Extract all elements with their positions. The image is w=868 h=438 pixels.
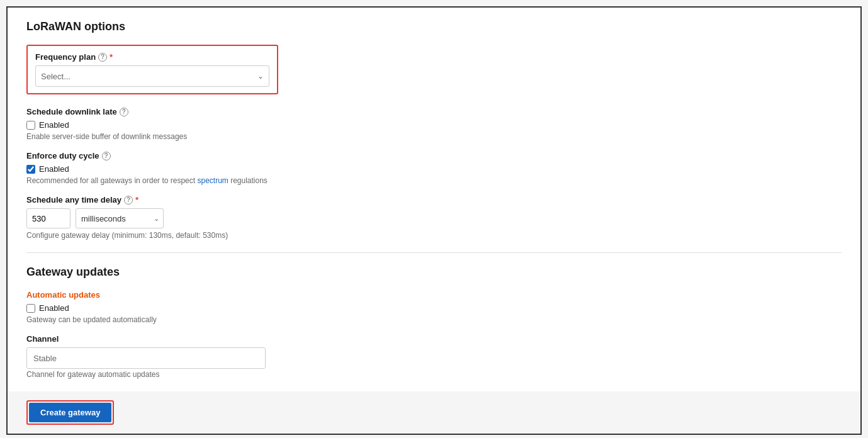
- frequency-plan-box: Frequency plan ? * Select... ⌄: [26, 45, 278, 94]
- schedule-downlink-label-row: Schedule downlink late ?: [26, 107, 842, 116]
- schedule-downlink-help-icon[interactable]: ?: [120, 108, 128, 116]
- auto-updates-checkbox[interactable]: [26, 304, 35, 313]
- schedule-downlink-checkbox-row: Enabled: [26, 120, 842, 130]
- enforce-duty-cycle-enabled-label: Enabled: [39, 164, 69, 174]
- schedule-delay-group: Schedule any time delay ? * milliseconds…: [26, 195, 842, 240]
- spectrum-link[interactable]: spectrum: [197, 176, 228, 185]
- section-divider: [26, 252, 842, 253]
- frequency-plan-label-row: Frequency plan ? *: [35, 52, 269, 62]
- create-gateway-btn-wrapper: Create gateway: [26, 400, 114, 425]
- schedule-downlink-enabled-label: Enabled: [39, 120, 69, 130]
- schedule-downlink-checkbox[interactable]: [26, 121, 35, 130]
- delay-unit-select[interactable]: milliseconds: [76, 214, 163, 223]
- lorawan-title: LoRaWAN options: [26, 20, 842, 33]
- enforce-duty-cycle-label-text: Enforce duty cycle: [26, 151, 99, 160]
- delay-hint: Configure gateway delay (minimum: 130ms,…: [26, 231, 842, 240]
- frequency-plan-select-wrapper[interactable]: Select... ⌄: [35, 65, 269, 87]
- lorawan-section: LoRaWAN options Frequency plan ? * Selec…: [26, 20, 842, 240]
- automatic-updates-label: Automatic updates: [26, 290, 842, 300]
- enforce-duty-cycle-hint-pre: Recommended for all gateways in order to…: [26, 176, 197, 185]
- frequency-plan-help-icon[interactable]: ?: [98, 53, 107, 62]
- channel-label: Channel: [26, 334, 842, 344]
- enforce-duty-cycle-group: Enforce duty cycle ? Enabled Recommended…: [26, 151, 842, 185]
- channel-group: Channel Channel for gateway automatic up…: [26, 334, 842, 379]
- frequency-plan-required: *: [110, 52, 113, 62]
- enforce-duty-cycle-label-row: Enforce duty cycle ?: [26, 151, 842, 160]
- enforce-duty-cycle-help-icon[interactable]: ?: [102, 152, 111, 160]
- auto-updates-enabled-label: Enabled: [39, 303, 69, 313]
- bottom-bar: Create gateway: [8, 391, 860, 434]
- schedule-downlink-label-text: Schedule downlink late: [26, 107, 117, 116]
- channel-input[interactable]: [26, 347, 266, 369]
- page-wrapper: LoRaWAN options Frequency plan ? * Selec…: [6, 6, 862, 435]
- frequency-plan-label-text: Frequency plan: [35, 52, 96, 62]
- auto-updates-checkbox-row: Enabled: [26, 303, 842, 313]
- create-gateway-button[interactable]: Create gateway: [29, 403, 111, 422]
- schedule-delay-help-icon[interactable]: ?: [124, 196, 133, 205]
- schedule-delay-required: *: [135, 195, 138, 205]
- frequency-plan-select[interactable]: Select...: [36, 72, 269, 81]
- auto-updates-hint: Gateway can be updated automatically: [26, 315, 842, 324]
- schedule-delay-label-text: Schedule any time delay: [26, 195, 121, 205]
- enforce-duty-cycle-checkbox-row: Enabled: [26, 164, 842, 174]
- delay-value-input[interactable]: [26, 208, 70, 228]
- schedule-delay-label-row: Schedule any time delay ? *: [26, 195, 842, 205]
- delay-input-row: milliseconds ⌄: [26, 208, 842, 228]
- schedule-downlink-hint: Enable server-side buffer of downlink me…: [26, 132, 842, 141]
- automatic-updates-group: Automatic updates Enabled Gateway can be…: [26, 290, 842, 324]
- enforce-duty-cycle-checkbox[interactable]: [26, 165, 35, 174]
- channel-hint: Channel for gateway automatic updates: [26, 370, 842, 379]
- enforce-duty-cycle-hint: Recommended for all gateways in order to…: [26, 176, 842, 185]
- gateway-updates-section: Gateway updates Automatic updates Enable…: [26, 266, 842, 379]
- enforce-duty-cycle-hint-post: regulations: [228, 176, 268, 185]
- delay-unit-select-wrapper[interactable]: milliseconds ⌄: [76, 208, 164, 228]
- gateway-updates-title: Gateway updates: [26, 266, 842, 279]
- schedule-downlink-group: Schedule downlink late ? Enabled Enable …: [26, 107, 842, 141]
